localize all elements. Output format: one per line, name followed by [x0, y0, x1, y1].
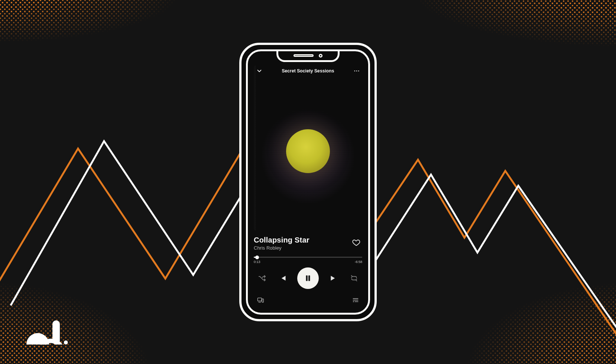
previous-button[interactable]: [277, 272, 289, 284]
canvas-artwork[interactable]: [254, 65, 362, 231]
svg-point-1: [64, 341, 68, 345]
repeat-icon: [350, 274, 358, 282]
queue-button[interactable]: [351, 296, 360, 305]
progress-thumb[interactable]: [255, 256, 259, 259]
artwork-sun-icon: [286, 129, 330, 173]
svg-rect-8: [262, 299, 263, 302]
devices-icon: [257, 296, 264, 304]
playlist-title: Secret Society Sessions: [282, 68, 334, 74]
svg-rect-6: [308, 275, 310, 281]
previous-icon: [278, 273, 288, 283]
phone-camera: [319, 54, 322, 58]
svg-rect-7: [258, 298, 262, 301]
pause-icon: [303, 273, 313, 283]
more-icon: [353, 68, 360, 74]
music-player-screen: Secret Society Sessions Collapsing Star …: [248, 51, 368, 313]
shuffle-icon: [258, 274, 266, 282]
next-button[interactable]: [328, 272, 340, 284]
track-artist: Chris Robley: [254, 245, 309, 251]
phone-notch: [276, 51, 340, 62]
phone-speaker: [294, 54, 314, 57]
svg-point-4: [358, 71, 359, 72]
svg-point-2: [354, 71, 355, 72]
shuffle-button[interactable]: [256, 272, 268, 284]
elapsed-time: 0:13: [254, 260, 260, 264]
more-options-button[interactable]: [352, 66, 362, 76]
halftone-texture: [337, 0, 616, 56]
remaining-time: -6:58: [354, 260, 362, 264]
progress-bar[interactable]: 0:13 -6:58: [254, 257, 362, 264]
halftone-texture: [0, 0, 253, 52]
queue-icon: [352, 296, 359, 304]
svg-rect-5: [306, 275, 308, 281]
devices-button[interactable]: [256, 296, 265, 305]
track-title: Collapsing Star: [254, 236, 309, 244]
heart-icon: [352, 238, 361, 247]
svg-rect-0: [52, 321, 60, 345]
like-button[interactable]: [352, 238, 362, 248]
collapse-button[interactable]: [254, 66, 264, 76]
play-pause-button[interactable]: [297, 267, 319, 289]
next-icon: [329, 273, 338, 283]
chevron-down-icon: [256, 68, 263, 74]
repeat-button[interactable]: [348, 272, 360, 284]
brand-logo: [22, 316, 71, 349]
phone-mockup: Secret Society Sessions Collapsing Star …: [239, 43, 377, 321]
halftone-texture: [434, 279, 616, 364]
svg-point-3: [356, 71, 357, 72]
